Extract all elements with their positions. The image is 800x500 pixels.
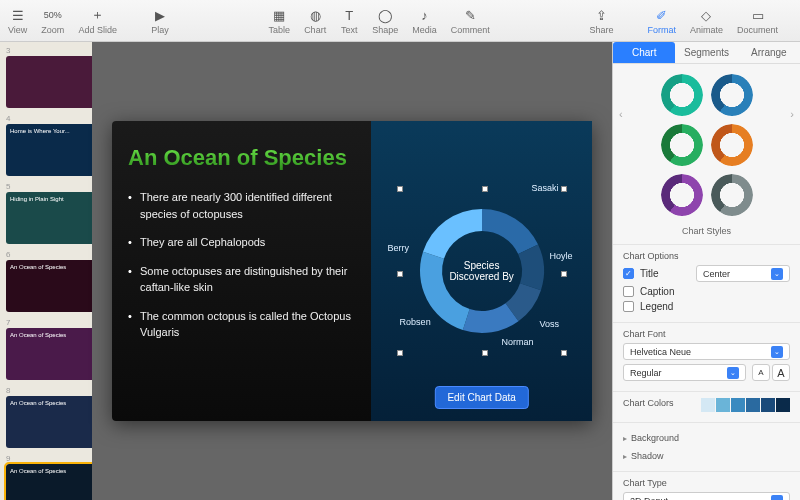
canvas: An Ocean of Species There are nearly 300… (92, 42, 612, 500)
title-align-select[interactable]: Center⌄ (696, 265, 790, 282)
edit-chart-data-button[interactable]: Edit Chart Data (434, 386, 528, 409)
document-icon: ▭ (749, 6, 767, 24)
slide-thumbnail[interactable]: An Ocean of Species (6, 328, 92, 380)
tab-arrange[interactable]: Arrange (738, 42, 800, 63)
animate-button[interactable]: ◇Animate (690, 6, 723, 35)
zoom-button[interactable]: 50%Zoom (41, 6, 64, 35)
chart-style-option[interactable] (661, 124, 703, 166)
thumb-number: 5 (6, 182, 86, 191)
font-larger-button[interactable]: A (772, 364, 790, 381)
color-swatch[interactable] (716, 398, 730, 412)
thumb-number: 8 (6, 386, 86, 395)
format-inspector: Chart Segments Arrange ‹ › Chart Styles … (612, 42, 800, 500)
chart-style-option[interactable] (661, 174, 703, 216)
slide-thumbnail[interactable]: An Ocean of Species (6, 260, 92, 312)
caption-checkbox[interactable] (623, 286, 634, 297)
comment-icon: ✎ (461, 6, 479, 24)
color-swatch[interactable] (761, 398, 775, 412)
chart-styles: ‹ › (613, 64, 800, 226)
format-button[interactable]: ✐Format (647, 6, 676, 35)
bullet-item[interactable]: They are all Cephalopods (128, 234, 355, 251)
chart-icon: ◍ (306, 6, 324, 24)
slide-thumbnail[interactable]: Hiding in Plain Sight (6, 192, 92, 244)
caption-label: Caption (640, 286, 674, 297)
current-slide[interactable]: An Ocean of Species There are nearly 300… (112, 121, 592, 421)
segment-label: Voss (540, 319, 560, 329)
tab-segments[interactable]: Segments (675, 42, 737, 63)
color-swatch[interactable] (731, 398, 745, 412)
color-swatch[interactable] (746, 398, 760, 412)
inspector-tabs: Chart Segments Arrange (613, 42, 800, 64)
view-button[interactable]: ☰View (8, 6, 27, 35)
shape-button[interactable]: ◯Shape (372, 6, 398, 35)
thumb-number: 3 (6, 46, 86, 55)
chart-style-option[interactable] (711, 124, 753, 166)
bullet-item[interactable]: There are nearly 300 identified differen… (128, 189, 355, 222)
comment-button[interactable]: ✎Comment (451, 6, 490, 35)
styles-next[interactable]: › (790, 108, 794, 120)
segment-label: Norman (502, 337, 534, 347)
font-family-select[interactable]: Helvetica Neue⌄ (623, 343, 790, 360)
slide-thumbnail[interactable]: An Ocean of Species (6, 396, 92, 448)
color-swatches[interactable] (701, 398, 790, 412)
toolbar: ☰View 50%Zoom ＋Add Slide ▶Play ▦Table ◍C… (0, 0, 800, 42)
thumb-number: 7 (6, 318, 86, 327)
slide-title[interactable]: An Ocean of Species (128, 145, 355, 171)
segment-label: Hoyle (550, 251, 573, 261)
view-icon: ☰ (9, 6, 27, 24)
chart-style-option[interactable] (711, 174, 753, 216)
slide-navigator[interactable]: 34Home is Where Your...5Hiding in Plain … (0, 42, 92, 500)
donut-chart[interactable]: Species Discovered By SasakiHoyleVossNor… (382, 171, 582, 371)
table-icon: ▦ (270, 6, 288, 24)
bullet-list[interactable]: There are nearly 300 identified differen… (128, 189, 355, 341)
thumb-number: 6 (6, 250, 86, 259)
media-icon: ♪ (415, 6, 433, 24)
add-slide-button[interactable]: ＋Add Slide (78, 6, 117, 35)
share-icon: ⇪ (592, 6, 610, 24)
brush-icon: ✐ (653, 6, 671, 24)
slide-thumbnail[interactable]: An Ocean of Species (6, 464, 92, 500)
chart-type-heading: Chart Type (623, 478, 790, 488)
shadow-disclosure[interactable]: Shadow (623, 447, 790, 465)
slide-thumbnail[interactable]: Home is Where Your... (6, 124, 92, 176)
chart-options-heading: Chart Options (623, 251, 790, 261)
segment-label: Robsen (400, 317, 431, 327)
title-label: Title (640, 268, 690, 279)
font-weight-select[interactable]: Regular⌄ (623, 364, 746, 381)
chart-button[interactable]: ◍Chart (304, 6, 326, 35)
legend-checkbox[interactable] (623, 301, 634, 312)
chart-colors-heading: Chart Colors (623, 398, 674, 408)
color-swatch[interactable] (776, 398, 790, 412)
chart-style-option[interactable] (711, 74, 753, 116)
chart-font-heading: Chart Font (623, 329, 790, 339)
media-button[interactable]: ♪Media (412, 6, 437, 35)
chart-style-option[interactable] (661, 74, 703, 116)
animate-icon: ◇ (697, 6, 715, 24)
color-swatch[interactable] (701, 398, 715, 412)
styles-prev[interactable]: ‹ (619, 108, 623, 120)
thumb-number: 9 (6, 454, 86, 463)
background-disclosure[interactable]: Background (623, 429, 790, 447)
segment-label: Berry (388, 243, 410, 253)
chart-type-select[interactable]: 2D Donut⌄ (623, 492, 790, 500)
segment-label: Sasaki (532, 183, 559, 193)
document-button[interactable]: ▭Document (737, 6, 778, 35)
legend-label: Legend (640, 301, 673, 312)
chart-styles-label: Chart Styles (613, 226, 800, 236)
text-button[interactable]: TText (340, 6, 358, 35)
text-icon: T (340, 6, 358, 24)
play-icon: ▶ (151, 6, 169, 24)
slide-thumbnail[interactable] (6, 56, 92, 108)
title-checkbox[interactable]: ✓ (623, 268, 634, 279)
play-button[interactable]: ▶Play (151, 6, 169, 35)
bullet-item[interactable]: The common octopus is called the Octopus… (128, 308, 355, 341)
font-smaller-button[interactable]: A (752, 364, 770, 381)
bullet-item[interactable]: Some octopuses are distinguished by thei… (128, 263, 355, 296)
share-button[interactable]: ⇪Share (589, 6, 613, 35)
table-button[interactable]: ▦Table (269, 6, 291, 35)
chart-title: Species Discovered By (382, 171, 582, 371)
tab-chart[interactable]: Chart (613, 42, 675, 63)
thumb-number: 4 (6, 114, 86, 123)
shape-icon: ◯ (376, 6, 394, 24)
plus-icon: ＋ (89, 6, 107, 24)
